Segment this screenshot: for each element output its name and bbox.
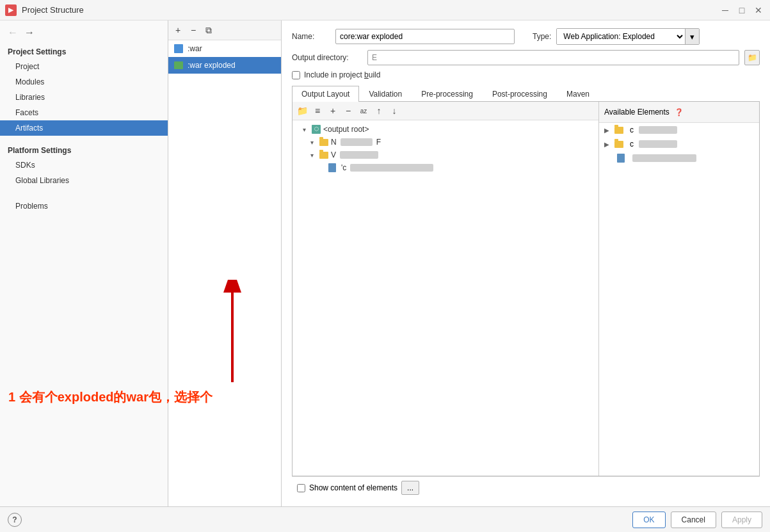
type-label: Type: (533, 32, 551, 41)
show-content-settings-button[interactable]: ... (401, 481, 419, 495)
tree-item-output-root[interactable]: ▾ ⬡ <output root> (293, 123, 598, 136)
tree-item-v[interactable]: ▾ V (293, 149, 598, 161)
tree-n-blur (341, 138, 373, 146)
file-icon-c (328, 163, 336, 172)
folder-icon-avail-0 (614, 127, 623, 134)
artifact-item-war-exploded[interactable]: :war exploded (168, 57, 281, 74)
copy-artifact-button[interactable]: ⧉ (202, 23, 216, 37)
type-select[interactable]: Web Application: Exploded (557, 29, 685, 44)
available-panel: Available Elements ❓ ▶ c ▶ c ▶ (599, 102, 759, 476)
output-dir-row: Output directory: 📁 (292, 50, 760, 65)
sidebar-item-global-libraries[interactable]: Global Libraries (0, 173, 168, 188)
type-dropdown-button[interactable]: ▾ (685, 29, 699, 44)
tree-down-btn[interactable]: ↓ (387, 104, 401, 118)
file-icon-avail-2 (617, 154, 625, 163)
artifact-list: :war :war exploded (168, 40, 281, 273)
ok-button[interactable]: OK (632, 512, 665, 528)
tab-output-layout[interactable]: Output Layout (292, 86, 359, 102)
avail-0-label: c (630, 125, 634, 134)
bottom-bar: ? OK Cancel Apply (0, 506, 770, 532)
available-elements-label: Available Elements (604, 108, 670, 117)
tree-up-btn[interactable]: ↑ (372, 104, 386, 118)
close-button[interactable]: ✕ (752, 4, 765, 17)
name-row: Name: Type: Web Application: Exploded ▾ (292, 28, 760, 45)
app-icon: ▶ (5, 4, 17, 16)
sidebar-item-modules[interactable]: Modules (0, 74, 168, 90)
tree-folder-btn[interactable]: 📁 (295, 104, 309, 118)
name-input[interactable] (335, 29, 515, 44)
tree-n-label: N (331, 138, 337, 147)
type-select-wrapper: Web Application: Exploded ▾ (556, 28, 700, 45)
folder-icon-v (319, 152, 328, 159)
folder-icon-avail-1 (614, 141, 623, 148)
folder-icon-n (319, 139, 328, 146)
sidebar: ← → Project Settings Project Modules Lib… (0, 20, 168, 506)
tree-item-n[interactable]: ▾ N F (293, 136, 598, 149)
sidebar-item-facets[interactable]: Facets (0, 105, 168, 120)
output-root-icon: ⬡ (312, 125, 321, 134)
available-item-0[interactable]: ▶ c (599, 123, 759, 137)
include-build-label[interactable]: Include in project build (304, 70, 380, 79)
expand-icon: ▶ (604, 127, 611, 134)
tree-f-label: F (376, 138, 381, 147)
tree-c-label: 'c (341, 163, 346, 172)
tab-maven[interactable]: Maven (557, 86, 599, 102)
maximize-button[interactable]: □ (735, 4, 748, 17)
output-layout-area: 📁 ≡ + − az ↑ ↓ ▾ ⬡ <output root> (292, 102, 760, 476)
tab-validation[interactable]: Validation (359, 86, 412, 102)
sidebar-item-project[interactable]: Project (0, 59, 168, 74)
tree-v-label: V (331, 150, 336, 159)
name-label: Name: (292, 32, 330, 41)
output-dir-input[interactable] (367, 50, 739, 65)
available-header: Available Elements ❓ (599, 102, 759, 123)
tab-pre-processing[interactable]: Pre-processing (412, 86, 483, 102)
tree-item-c[interactable]: ▾ 'c (293, 161, 598, 174)
sidebar-item-problems[interactable]: Problems (0, 198, 168, 214)
tree-sort-btn[interactable]: az (357, 104, 371, 118)
sidebar-item-artifacts[interactable]: Artifacts (0, 120, 168, 136)
output-dir-label: Output directory: (292, 53, 362, 62)
window-title: Project Structure (22, 5, 84, 15)
tree-list-btn[interactable]: ≡ (310, 104, 325, 118)
tree-add-btn[interactable]: + (326, 104, 340, 118)
sidebar-item-sdks[interactable]: SDKs (0, 157, 168, 173)
show-content-label[interactable]: Show content of elements (309, 483, 397, 492)
minimize-button[interactable]: ─ (719, 4, 732, 17)
show-content-checkbox[interactable] (297, 484, 305, 492)
available-item-2[interactable]: ▶ (599, 151, 759, 165)
forward-button[interactable]: → (22, 26, 37, 40)
back-button[interactable]: ← (5, 26, 20, 40)
add-artifact-button[interactable]: + (171, 23, 185, 37)
cancel-button[interactable]: Cancel (671, 512, 716, 528)
annotation-area: 1 会有个exploded的war包，选择个 (168, 273, 281, 506)
avail-2-blur (632, 154, 696, 162)
available-help-button[interactable]: ❓ (672, 105, 686, 119)
output-dir-browse-button[interactable]: 📁 (744, 50, 760, 65)
tree-panel: 📁 ≡ + − az ↑ ↓ ▾ ⬡ <output root> (293, 102, 599, 476)
platform-settings-header: Platform Settings (0, 141, 168, 157)
include-build-checkbox[interactable] (292, 71, 300, 79)
folder-browse-icon: 📁 (748, 53, 757, 62)
remove-artifact-button[interactable]: − (186, 23, 200, 37)
output-root-label: <output root> (323, 125, 369, 134)
include-build-row: Include in project build (292, 70, 760, 79)
sidebar-item-libraries[interactable]: Libraries (0, 90, 168, 105)
expand-icon: ▾ (310, 139, 317, 146)
expand-icon: ▾ (310, 152, 317, 159)
tree-v-blur (340, 151, 378, 159)
avail-0-blur (639, 126, 677, 134)
tab-post-processing[interactable]: Post-processing (483, 86, 557, 102)
tabs-row: Output Layout Validation Pre-processing … (292, 86, 760, 102)
annotation-text: 1 会有个exploded的war包，选择个 (8, 389, 213, 406)
expand-icon: ▾ (303, 126, 309, 133)
war-exploded-icon (173, 60, 184, 70)
artifact-item-war[interactable]: :war (168, 40, 281, 57)
apply-button: Apply (721, 512, 762, 528)
available-item-1[interactable]: ▶ c (599, 137, 759, 151)
tree-remove-btn[interactable]: − (341, 104, 355, 118)
avail-1-label: c (630, 140, 634, 149)
help-button[interactable]: ? (8, 513, 22, 527)
tree-c-blur (350, 164, 433, 172)
show-content-row: Show content of elements ... (292, 476, 760, 499)
title-bar: ▶ Project Structure ─ □ ✕ (0, 0, 770, 20)
